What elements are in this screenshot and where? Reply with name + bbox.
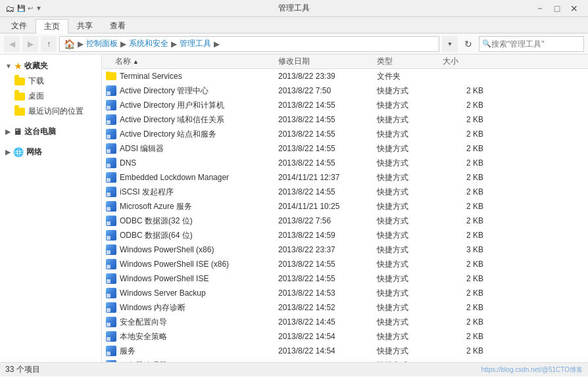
cell-date: 2013/8/22 14:52 — [273, 303, 372, 312]
cell-name: iSCSI 发起程序 — [102, 187, 273, 198]
cell-date: 2013/8/22 7:50 — [273, 86, 372, 95]
table-row[interactable]: 服务器管理器 2013/8/22 14:55 快捷方式 2 KB — [102, 358, 588, 362]
cell-name: Terminal Services — [102, 72, 273, 81]
search-input[interactable] — [491, 39, 588, 49]
path-admin-tools[interactable]: 管理工具 — [180, 38, 211, 49]
table-row[interactable]: Windows PowerShell ISE (x86) 2013/8/22 1… — [102, 257, 588, 271]
up-button[interactable]: ↑ — [41, 36, 57, 52]
refresh-button[interactable]: ↻ — [460, 36, 476, 52]
file-list: Terminal Services 2013/8/22 23:39 文件夹 Ac… — [102, 69, 588, 362]
col-date-header[interactable]: 修改日期 — [273, 56, 372, 67]
cell-date: 2013/8/22 23:37 — [273, 245, 372, 254]
ribbon-tab-1[interactable]: 主页 — [36, 19, 68, 34]
table-row[interactable]: 服务 2013/8/22 14:54 快捷方式 2 KB — [102, 344, 588, 358]
cell-type: 快捷方式 — [372, 331, 437, 342]
cell-size: 2 KB — [437, 129, 490, 139]
quick-btn-2[interactable]: ↩ — [28, 5, 33, 12]
cell-type: 快捷方式 — [372, 187, 437, 198]
table-row[interactable]: ODBC 数据源(32 位) 2013/8/22 7:56 快捷方式 2 KB — [102, 214, 588, 228]
cell-date: 2013/8/22 14:55 — [273, 144, 372, 153]
table-row[interactable]: Windows PowerShell ISE 2013/8/22 14:55 快… — [102, 271, 588, 286]
cell-name: Embedded Lockdown Manager — [102, 172, 273, 183]
shortcut-icon — [106, 129, 116, 139]
sidebar-thispc-header[interactable]: ▶ 🖥 这台电脑 — [0, 124, 101, 139]
file-name: Active Directory 用户和计算机 — [120, 100, 224, 111]
table-row[interactable]: 本地安全策略 2013/8/22 14:54 快捷方式 2 KB — [102, 329, 588, 344]
cell-type: 快捷方式 — [372, 216, 437, 227]
cell-name: Windows PowerShell ISE — [102, 273, 273, 284]
col-type-header[interactable]: 类型 — [372, 56, 437, 67]
file-name: ODBC 数据源(32 位) — [120, 216, 193, 227]
cell-type: 快捷方式 — [372, 273, 437, 285]
cell-name: Active Directory 域和信任关系 — [102, 114, 273, 126]
close-button[interactable]: ✕ — [566, 1, 583, 16]
cell-name: Active Directory 用户和计算机 — [102, 100, 273, 111]
cell-type: 文件夹 — [372, 71, 437, 82]
cell-date: 2013/8/22 14:55 — [273, 274, 372, 283]
file-name: iSCSI 发起程序 — [120, 187, 174, 198]
cell-size: 2 KB — [437, 144, 490, 153]
path-control-panel[interactable]: 控制面板 — [86, 38, 118, 49]
maximize-button[interactable]: □ — [549, 1, 566, 16]
ribbon-tab-0[interactable]: 文件 — [3, 18, 36, 33]
desktop-label: 桌面 — [28, 91, 44, 102]
cell-size: 2 KB — [437, 216, 490, 225]
table-row[interactable]: Microsoft Azure 服务 2014/11/21 10:25 快捷方式… — [102, 199, 588, 214]
table-row[interactable]: Embedded Lockdown Manager 2014/11/21 12:… — [102, 170, 588, 185]
cell-type: 快捷方式 — [372, 172, 437, 183]
ribbon-tabs: 文件主页共享查看 — [0, 17, 588, 33]
cell-type: 快捷方式 — [372, 346, 437, 357]
search-icon: 🔍 — [482, 39, 491, 48]
cell-date: 2013/8/22 14:45 — [273, 317, 372, 327]
sidebar-item-desktop[interactable]: 桌面 — [0, 89, 101, 104]
ribbon-tab-2[interactable]: 共享 — [68, 18, 101, 33]
table-row[interactable]: Windows 内存诊断 2013/8/22 14:52 快捷方式 2 KB — [102, 300, 588, 315]
back-button[interactable]: ◀ — [4, 36, 20, 52]
column-header: 名称 ▲ 修改日期 类型 大小 — [102, 55, 588, 69]
file-name: ODBC 数据源(64 位) — [120, 230, 193, 241]
shortcut-icon — [106, 158, 116, 168]
title-bar-left: 🗂 💾 ↩ ▼ — [5, 3, 42, 14]
cell-type: 快捷方式 — [372, 360, 437, 363]
table-row[interactable]: Active Directory 域和信任关系 2013/8/22 14:55 … — [102, 112, 588, 127]
quick-btn-dropdown[interactable]: ▼ — [36, 5, 42, 12]
sidebar-network-header[interactable]: ▶ 🌐 网络 — [0, 145, 101, 160]
cell-size: 2 KB — [437, 173, 490, 182]
desktop-folder-icon — [14, 91, 25, 102]
sidebar-favorites-header[interactable]: ▼ ★ 收藏夹 — [0, 58, 101, 74]
table-row[interactable]: Active Directory 用户和计算机 2013/8/22 14:55 … — [102, 98, 588, 112]
table-row[interactable]: iSCSI 发起程序 2013/8/22 14:55 快捷方式 2 KB — [102, 185, 588, 199]
minimize-button[interactable]: － — [531, 1, 549, 16]
sidebar-section-network: ▶ 🌐 网络 — [0, 145, 101, 160]
cell-date: 2013/8/22 7:56 — [273, 216, 372, 225]
cell-type: 快捷方式 — [372, 158, 437, 169]
cell-size: 2 KB — [437, 231, 490, 240]
network-icon: 🌐 — [13, 147, 24, 157]
table-row[interactable]: DNS 2013/8/22 14:55 快捷方式 2 KB — [102, 156, 588, 170]
table-row[interactable]: Active Directory 管理中心 2013/8/22 7:50 快捷方… — [102, 83, 588, 98]
table-row[interactable]: 安全配置向导 2013/8/22 14:45 快捷方式 2 KB — [102, 315, 588, 329]
col-size-header[interactable]: 大小 — [437, 56, 490, 67]
cell-name: ODBC 数据源(32 位) — [102, 216, 273, 227]
table-row[interactable]: Active Directory 站点和服务 2013/8/22 14:55 快… — [102, 127, 588, 141]
sidebar-section-favorites: ▼ ★ 收藏夹 下载 桌面 最近访问的位置 — [0, 58, 101, 119]
cell-size: 3 KB — [437, 245, 490, 254]
table-row[interactable]: Windows PowerShell (x86) 2013/8/22 23:37… — [102, 242, 588, 257]
forward-button[interactable]: ▶ — [22, 36, 38, 52]
cell-type: 快捷方式 — [372, 302, 437, 313]
col-type-label: 类型 — [377, 57, 393, 66]
cell-date: 2013/8/22 14:55 — [273, 101, 372, 110]
ribbon-tab-3[interactable]: 查看 — [101, 18, 134, 33]
address-dropdown[interactable]: ▼ — [442, 36, 458, 52]
table-row[interactable]: Terminal Services 2013/8/22 23:39 文件夹 — [102, 69, 588, 83]
col-name-header[interactable]: 名称 ▲ — [102, 56, 273, 67]
table-row[interactable]: Windows Server Backup 2013/8/22 14:53 快捷… — [102, 286, 588, 300]
sidebar-item-downloads[interactable]: 下载 — [0, 74, 101, 89]
table-row[interactable]: ADSI 编辑器 2013/8/22 14:55 快捷方式 2 KB — [102, 141, 588, 156]
table-row[interactable]: ODBC 数据源(64 位) 2013/8/22 14:59 快捷方式 2 KB — [102, 228, 588, 242]
sidebar-item-recent[interactable]: 最近访问的位置 — [0, 104, 101, 119]
quick-btn-1[interactable]: 💾 — [17, 5, 25, 12]
path-system-security[interactable]: 系统和安全 — [129, 38, 168, 49]
address-path: 🏠 ▶ 控制面板 ▶ 系统和安全 ▶ 管理工具 ▶ — [59, 36, 439, 52]
cell-name: Active Directory 站点和服务 — [102, 129, 273, 140]
